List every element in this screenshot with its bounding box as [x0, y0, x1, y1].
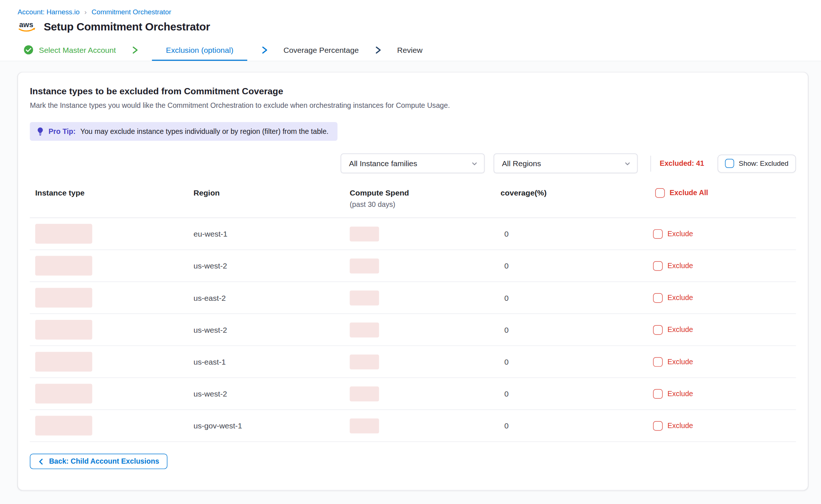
compute-spend-cell [344, 291, 495, 306]
exclude-label: Exclude [667, 262, 693, 270]
back-button-label: Back: Child Account Exclusions [49, 457, 159, 465]
instance-type-cell [30, 384, 188, 404]
chevron-right-icon [131, 45, 139, 54]
coverage-cell: 0 [495, 294, 650, 302]
region-cell: us-west-2 [188, 326, 344, 334]
redacted-instance-type [35, 384, 92, 404]
step-label: Exclusion (optional) [166, 45, 233, 54]
pro-tip-label: Pro Tip: [48, 127, 76, 135]
coverage-cell: 0 [495, 421, 650, 430]
step-exclusion[interactable]: Exclusion (optional) [152, 39, 247, 61]
show-excluded-toggle[interactable]: Show: Excluded [718, 154, 796, 172]
redacted-instance-type [35, 320, 92, 340]
column-header-instance-type: Instance type [30, 188, 188, 198]
instance-type-cell [30, 416, 188, 436]
compute-spend-cell [344, 226, 495, 241]
region-cell: eu-west-1 [188, 230, 344, 238]
compute-spend-cell [344, 419, 495, 434]
table-header-row: Instance type Region Compute Spend (past… [30, 182, 796, 218]
exclude-checkbox[interactable] [653, 293, 663, 303]
excluded-count-badge: Excluded: 41 [660, 160, 704, 168]
vertical-divider [651, 156, 651, 172]
exclusion-card: Instance types to be excluded from Commi… [18, 72, 808, 490]
page-header: Account: Harness.io › Commitment Orchest… [0, 0, 821, 33]
section-heading: Instance types to be excluded from Commi… [30, 86, 796, 97]
region-cell: us-east-1 [188, 358, 344, 366]
compute-spend-cell [344, 386, 495, 401]
table-row: us-east-2 0 Exclude [30, 282, 796, 314]
region-cell: us-east-2 [188, 294, 344, 302]
redacted-compute-spend [350, 226, 379, 241]
region-cell: us-west-2 [188, 262, 344, 270]
app-root: Account: Harness.io › Commitment Orchest… [0, 0, 821, 504]
instance-type-cell [30, 288, 188, 308]
coverage-cell: 0 [495, 358, 650, 366]
show-excluded-label: Show: Excluded [739, 160, 788, 168]
compute-spend-cell [344, 259, 495, 274]
pro-tip-banner: Pro Tip: You may exclude instance types … [30, 122, 337, 141]
region-cell: us-west-2 [188, 390, 344, 398]
exclude-cell: Exclude [650, 325, 796, 335]
compute-spend-subtitle: (past 30 days) [350, 200, 495, 209]
redacted-compute-spend [350, 322, 379, 337]
instance-families-select[interactable]: All Instance families [341, 154, 485, 174]
page-title: Setup Commitment Orchestrator [44, 20, 210, 33]
exclude-cell: Exclude [650, 421, 796, 431]
chevron-down-icon [624, 160, 631, 167]
pro-tip-text: You may exclude instance types individua… [80, 127, 328, 135]
table-row: eu-west-1 0 Exclude [30, 218, 796, 250]
page-content: Instance types to be excluded from Commi… [0, 61, 821, 504]
redacted-compute-spend [350, 419, 379, 434]
column-header-coverage: coverage(%) [495, 188, 650, 198]
exclude-checkbox[interactable] [653, 421, 663, 431]
exclude-label: Exclude [667, 358, 693, 366]
exclude-checkbox[interactable] [653, 261, 663, 271]
redacted-compute-spend [350, 354, 379, 369]
step-select-master-account[interactable]: Select Master Account [21, 39, 118, 61]
exclude-cell: Exclude [650, 389, 796, 399]
step-review[interactable]: Review [395, 39, 425, 61]
instance-type-cell [30, 352, 188, 372]
exclude-checkbox[interactable] [653, 229, 663, 239]
select-value: All Instance families [349, 159, 417, 168]
exclude-label: Exclude [667, 326, 693, 334]
show-excluded-checkbox[interactable] [725, 159, 734, 168]
exclude-cell: Exclude [650, 293, 796, 303]
redacted-instance-type [35, 224, 92, 244]
table-row: us-west-2 0 Exclude [30, 378, 796, 410]
exclude-checkbox[interactable] [653, 389, 663, 399]
breadcrumb-page-link[interactable]: Commitment Orchestrator [92, 8, 171, 16]
check-circle-icon [23, 45, 34, 55]
compute-spend-cell [344, 322, 495, 337]
step-coverage-percentage[interactable]: Coverage Percentage [281, 39, 361, 61]
exclude-all-checkbox[interactable] [655, 188, 665, 198]
chevron-right-icon: › [84, 8, 87, 15]
svg-text:aws: aws [19, 21, 33, 29]
breadcrumb-account-link[interactable]: Account: Harness.io [18, 8, 80, 16]
lightbulb-icon [37, 127, 44, 136]
redacted-compute-spend [350, 259, 379, 274]
exclude-cell: Exclude [650, 229, 796, 239]
exclude-checkbox[interactable] [653, 357, 663, 367]
back-button[interactable]: Back: Child Account Exclusions [30, 454, 167, 469]
region-cell: us-gov-west-1 [188, 421, 344, 430]
exclude-checkbox[interactable] [653, 325, 663, 335]
instance-type-cell [30, 224, 188, 244]
redacted-instance-type [35, 416, 92, 436]
exclude-cell: Exclude [650, 357, 796, 367]
exclude-cell: Exclude [650, 261, 796, 271]
regions-select[interactable]: All Regions [494, 154, 638, 174]
chevron-right-icon [260, 45, 269, 54]
coverage-cell: 0 [495, 262, 650, 270]
instance-type-cell [30, 256, 188, 276]
column-header-region: Region [188, 188, 344, 198]
step-label: Select Master Account [39, 45, 116, 54]
table-row: us-gov-west-1 0 Exclude [30, 410, 796, 442]
table-row: us-west-2 0 Exclude [30, 314, 796, 346]
select-value: All Regions [502, 159, 541, 168]
instance-type-cell [30, 320, 188, 340]
exclude-label: Exclude [667, 230, 693, 238]
coverage-cell: 0 [495, 326, 650, 334]
column-header-exclude-all: Exclude All [650, 188, 796, 198]
coverage-cell: 0 [495, 390, 650, 398]
